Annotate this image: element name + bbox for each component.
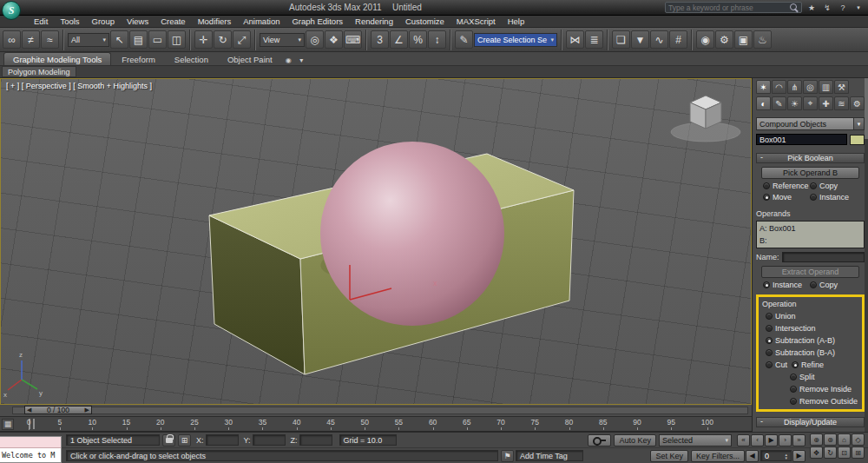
object-color-swatch[interactable] [850, 135, 865, 145]
keyboard-override-icon[interactable]: ⌨ [344, 30, 362, 49]
select-and-scale-icon[interactable]: ⤢ [233, 30, 251, 49]
set-keys-button[interactable] [588, 434, 611, 446]
operand-row[interactable]: B: [760, 235, 861, 247]
utilities-tab-icon[interactable]: ⚒ [834, 80, 849, 94]
select-by-name-icon[interactable]: ▤ [129, 30, 148, 49]
menu-item[interactable]: Views [121, 17, 155, 26]
time-slider[interactable]: ◀ 0 / 100 ▶ [0, 405, 752, 417]
edit-named-selections-icon[interactable]: ✎ [455, 30, 473, 49]
chevron-down-icon[interactable]: ▾ [852, 2, 865, 13]
menu-item[interactable]: Help [502, 17, 531, 26]
menu-item[interactable]: MAXScript [450, 17, 502, 26]
pick-boolean-rollout-header[interactable]: - Pick Boolean [756, 153, 865, 163]
panel-scrollbar[interactable] [865, 78, 868, 432]
time-slider-handle[interactable]: ◀ 0 / 100 ▶ [24, 406, 92, 414]
maximize-viewport-icon[interactable]: ⊞ [852, 446, 865, 459]
help-icon[interactable]: ? [837, 2, 849, 13]
cut-remove-inside-radio[interactable]: Remove Inside [790, 385, 860, 394]
menu-item[interactable]: Rendering [349, 17, 399, 26]
zoom-region-icon[interactable]: ⊡ [838, 446, 851, 459]
selection-filter-dropdown[interactable]: All ▾ [68, 33, 109, 47]
cut-refine-radio[interactable]: Refine [792, 360, 824, 369]
track-bar[interactable]: ▦ 05101520253035404550556065707580859095… [0, 417, 752, 432]
scrollbar-thumb[interactable] [865, 78, 868, 139]
lights-category-icon[interactable]: ☀ [787, 96, 802, 110]
next-frame-arrow-icon[interactable]: ▶ [85, 407, 89, 413]
align-icon[interactable]: ≣ [585, 30, 603, 49]
pan-icon[interactable]: ✥ [810, 446, 823, 459]
geometry-category-dropdown[interactable]: Compound Objects ▾ [756, 117, 865, 130]
listener-macro-line[interactable] [0, 437, 61, 448]
render-production-icon[interactable]: ♨ [753, 30, 772, 49]
coordinate-system-dropdown[interactable]: View ▾ [260, 33, 305, 47]
select-and-move-icon[interactable]: ✛ [194, 30, 213, 49]
y-coordinate-field[interactable] [253, 434, 286, 446]
rect-selection-region-icon[interactable]: ▭ [148, 30, 167, 49]
favorites-star-icon[interactable]: ★ [806, 2, 818, 13]
tab-object-paint[interactable]: Object Paint [219, 53, 281, 65]
tab-selection[interactable]: Selection [166, 53, 217, 65]
field-of-view-icon[interactable]: ◇ [852, 433, 865, 446]
menu-item[interactable]: Customize [399, 17, 450, 26]
time-tag-icon[interactable]: ⚑ [501, 450, 514, 462]
bind-to-space-warp-icon[interactable]: ≈ [41, 30, 59, 49]
play-button[interactable]: ▶ [765, 434, 778, 446]
zoom-all-icon[interactable]: ⊛ [824, 433, 837, 446]
snaps-toggle-icon[interactable]: 3 [371, 30, 389, 49]
z-coordinate-field[interactable] [299, 434, 332, 446]
cut-remove-outside-radio[interactable]: Remove Outside [790, 397, 860, 406]
menu-item[interactable]: Tools [54, 17, 85, 26]
x-coordinate-field[interactable] [206, 434, 239, 446]
next-key-button[interactable]: › [779, 434, 792, 446]
operands-list[interactable]: A: Box001B: [756, 221, 865, 248]
operation-intersection-radio[interactable]: Intersection [766, 324, 860, 333]
move-radio[interactable]: Move [763, 193, 810, 202]
angle-snap-icon[interactable]: ∠ [390, 30, 408, 49]
axis-constraint-icon[interactable]: ⊞ [178, 434, 191, 446]
instance-radio[interactable]: Instance [810, 193, 849, 202]
previous-key-button[interactable]: ‹ [751, 434, 764, 446]
add-time-tag-field[interactable]: Add Time Tag [516, 450, 583, 461]
time-slider-track[interactable] [12, 407, 748, 414]
search-input[interactable] [668, 3, 787, 12]
zoom-extents-icon[interactable]: ⌂ [838, 433, 851, 446]
unlink-selection-icon[interactable]: ≠ [22, 30, 40, 49]
ribbon-toggle-icon[interactable]: ▼ [631, 30, 649, 49]
communication-center-icon[interactable]: ↯ [821, 2, 833, 13]
orbit-icon[interactable]: ↻ [824, 446, 837, 459]
key-filters-button[interactable]: Key Filters... [691, 450, 745, 462]
window-crossing-icon[interactable]: ◫ [168, 30, 186, 49]
copy-radio[interactable]: Copy [810, 182, 838, 190]
extract-copy-radio[interactable]: Copy [810, 281, 838, 289]
shapes-category-icon[interactable]: ✎ [772, 96, 786, 110]
selection-set-dropdown[interactable]: Selected ▾ [659, 434, 732, 446]
ribbon-options-icon[interactable]: ◉ [283, 55, 294, 65]
curve-editor-icon[interactable]: ∿ [650, 30, 668, 49]
zoom-icon[interactable]: ⊕ [810, 433, 823, 446]
selection-lock-icon[interactable] [162, 434, 175, 446]
tab-graphite-modeling-tools[interactable]: Graphite Modeling Tools [3, 52, 111, 65]
operation-cut-radio[interactable]: Cut [766, 360, 792, 369]
operand-row[interactable]: A: Box001 [760, 222, 861, 235]
spinner-down-icon[interactable]: ▾ [785, 456, 787, 460]
menu-item[interactable]: Group [86, 17, 121, 26]
cut-split-radio[interactable]: Split [790, 373, 860, 381]
layer-manager-icon[interactable]: ❏ [612, 30, 630, 49]
select-object-icon[interactable]: ↖ [110, 30, 128, 49]
extract-instance-radio[interactable]: Instance [763, 281, 810, 289]
helpers-category-icon[interactable]: ✚ [819, 96, 833, 110]
select-and-link-icon[interactable]: ∞ [3, 30, 21, 49]
space-warps-category-icon[interactable]: ≋ [834, 96, 849, 110]
named-selection-dropdown[interactable]: Create Selection Se ▾ [474, 33, 557, 47]
next-frame-button[interactable]: ▶ [792, 450, 806, 462]
max-logo-icon[interactable]: S [2, 1, 21, 20]
material-editor-icon[interactable]: ◉ [696, 30, 714, 49]
operation-union-radio[interactable]: Union [766, 312, 860, 321]
view-cube[interactable] [671, 96, 740, 142]
menu-item[interactable]: Create [155, 17, 192, 26]
search-icon[interactable] [790, 3, 799, 12]
polygon-modeling-panel-tab[interactable]: Polygon Modeling [2, 66, 76, 77]
menu-item[interactable]: Modifiers [192, 17, 238, 26]
operation-subtraction-ba-radio[interactable]: Subtraction (B-A) [766, 348, 860, 357]
display-tab-icon[interactable]: ▥ [819, 80, 833, 94]
